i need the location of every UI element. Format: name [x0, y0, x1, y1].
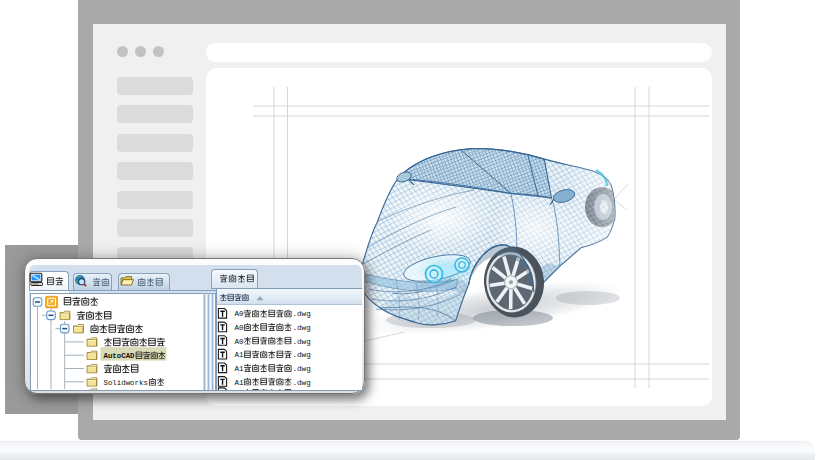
svg-text:A0: A0	[235, 310, 245, 318]
svg-text:A1: A1	[235, 379, 245, 387]
svg-text:Solidworks: Solidworks	[104, 379, 148, 387]
svg-text:AutoCAD: AutoCAD	[104, 352, 136, 360]
svg-text:A0: A0	[235, 324, 245, 332]
svg-text:.dwg: .dwg	[293, 338, 311, 346]
svg-text:.dwg: .dwg	[293, 379, 311, 387]
svg-text:.dwg: .dwg	[293, 390, 311, 398]
svg-text:A1: A1	[235, 365, 245, 373]
svg-text:.dwg: .dwg	[293, 324, 311, 332]
svg-text:.dwg: .dwg	[293, 351, 311, 359]
svg-text:A0: A0	[235, 338, 245, 346]
svg-text:A1: A1	[235, 351, 245, 359]
svg-text:.dwg: .dwg	[293, 310, 311, 318]
svg-text:.dwg: .dwg	[293, 365, 311, 373]
svg-text:A2: A2	[235, 390, 245, 398]
